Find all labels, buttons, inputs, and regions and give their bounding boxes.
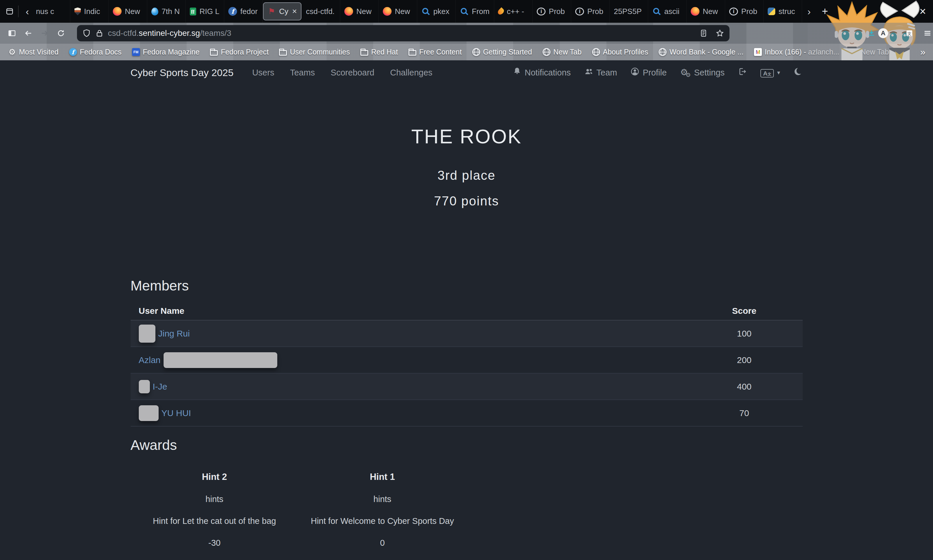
url-text[interactable]: csd-ctfd.sentinel-cyber.sg/teams/3	[108, 29, 692, 38]
members-heading: Members	[131, 278, 803, 294]
browser-tab[interactable]: Cy×	[263, 2, 301, 20]
tab-title: fedor	[240, 7, 258, 16]
bookmark-label: Getting Started	[483, 48, 532, 56]
tab-separator	[18, 6, 19, 17]
back-icon[interactable]	[16, 29, 32, 38]
gmail-icon	[754, 48, 762, 56]
language-icon: A文	[760, 68, 774, 77]
browser-tab[interactable]: Prob	[571, 0, 610, 23]
team-place: 3rd place	[0, 168, 933, 183]
browser-tab[interactable]: Prob	[725, 0, 763, 23]
browser-tab[interactable]: csd-ctfd.	[302, 0, 340, 23]
search-tab-icon	[460, 7, 469, 16]
bookmark-item[interactable]: New Tab	[543, 48, 582, 56]
bookmark-label: Most Visited	[19, 48, 59, 56]
nav-action-person[interactable]: Profile	[630, 67, 666, 78]
member-score: 400	[686, 382, 803, 392]
nav-action-users[interactable]: Team	[584, 67, 617, 78]
bookmarks-overflow-chevron[interactable]: »	[920, 47, 925, 57]
nav-link-scoreboard[interactable]: Scoreboard	[331, 68, 374, 77]
tab-title: New	[395, 7, 410, 16]
browser-tab[interactable]: c++ -	[494, 0, 533, 23]
tab-title: 25PS5P	[614, 7, 642, 16]
bookmark-item[interactable]: Most Visited	[8, 48, 59, 56]
awards-heading: Awards	[131, 437, 803, 453]
globe-icon	[658, 48, 666, 56]
nav-action-logout[interactable]	[738, 67, 747, 78]
member-link[interactable]: Jing Rui	[158, 329, 190, 338]
window-close-button[interactable]: ×	[919, 5, 926, 18]
users-icon	[584, 67, 593, 78]
browser-tab[interactable]: From	[456, 0, 494, 23]
lock-icon[interactable]	[95, 29, 104, 38]
nav-link-users[interactable]: Users	[252, 68, 275, 77]
bookmark-item[interactable]: Free Content	[409, 48, 462, 56]
tab-title: ascii	[664, 7, 679, 16]
menu-icon[interactable]	[916, 29, 932, 38]
browser-tab[interactable]: Prob	[533, 0, 571, 23]
nav-link-teams[interactable]: Teams	[290, 68, 315, 77]
nav-action-language[interactable]: A文▾	[760, 68, 780, 77]
tab-scroll-left-button[interactable]: ‹	[23, 6, 32, 16]
translate-icon[interactable]: 文	[898, 29, 914, 38]
tab-strip: nus cIndicNew7th NRIG LfedorCy×csd-ctfd.…	[32, 0, 804, 23]
reader-mode-icon[interactable]	[699, 29, 708, 38]
browser-tab[interactable]: Indic	[70, 0, 109, 23]
bookmark-star-icon[interactable]	[716, 29, 724, 38]
firefox-view-button[interactable]	[5, 7, 14, 16]
bookmark-item[interactable]: New Tab	[850, 48, 889, 56]
award-card: Hint 2hintsHint for Let the cat out of t…	[131, 472, 299, 548]
browser-tab[interactable]: 7th N	[147, 0, 186, 23]
url-bar[interactable]: csd-ctfd.sentinel-cyber.sg/teams/3	[77, 25, 729, 42]
bookmark-item[interactable]: Word Bank - Google ...	[658, 48, 743, 56]
bookmark-item[interactable]: User Communities	[279, 48, 350, 56]
browser-tab[interactable]: 25PS5P	[610, 0, 648, 23]
browser-tab[interactable]: nus c	[32, 0, 70, 23]
account-icon[interactable]: A	[878, 28, 888, 38]
browser-tab[interactable]: ascii	[648, 0, 687, 23]
nav-link-challenges[interactable]: Challenges	[390, 68, 432, 77]
download-icon[interactable]	[859, 29, 876, 38]
award-description: Hint for Welcome to Cyber Sports Day	[299, 516, 467, 526]
search-tab-icon	[421, 7, 430, 16]
site-nav-links: UsersTeamsScoreboardChallenges	[252, 68, 432, 77]
member-link[interactable]: Azlan	[139, 355, 160, 365]
globe-icon	[543, 48, 551, 56]
bookmark-item[interactable]: Getting Started	[472, 48, 532, 56]
member-link[interactable]: I-Je	[153, 382, 167, 392]
nav-action-gears[interactable]: ⚙⚙Settings	[680, 67, 725, 78]
tab-scroll-right-button[interactable]: ›	[804, 6, 813, 16]
navigation-toolbar: csd-ctfd.sentinel-cyber.sg/teams/3 A 文	[0, 23, 933, 44]
browser-tab[interactable]: struc	[763, 0, 802, 23]
browser-tab[interactable]: RIG L	[186, 0, 224, 23]
bookmark-item[interactable]: Fedora Project	[210, 48, 268, 56]
bookmark-item[interactable]: About Profiles	[592, 48, 648, 56]
browser-tab[interactable]: pkex	[417, 0, 456, 23]
tab-close-icon[interactable]: ×	[292, 7, 297, 16]
table-row: Azlan200	[131, 347, 803, 374]
browser-tab[interactable]: New	[687, 0, 725, 23]
column-user-name: User Name	[131, 306, 686, 316]
bookmark-item[interactable]: Fedora Magazine	[132, 48, 200, 56]
new-tab-button[interactable]: +	[822, 5, 828, 17]
folder-icon	[360, 50, 368, 55]
member-link[interactable]: YU HUI	[162, 408, 191, 418]
browser-tab[interactable]: New	[109, 0, 147, 23]
bookmark-label: Inbox (166) - azlanch...	[765, 48, 839, 56]
nav-action-moon[interactable]	[794, 67, 803, 78]
award-name: Hint 1	[299, 472, 467, 482]
browser-tab[interactable]: fedor	[224, 0, 263, 23]
nav-action-bell[interactable]: Notifications	[513, 67, 571, 78]
browser-tab[interactable]: New	[340, 0, 379, 23]
browser-tab[interactable]: New	[379, 0, 417, 23]
bookmark-item[interactable]: Fedora Docs	[69, 48, 122, 56]
bookmark-item[interactable]: Inbox (166) - azlanch...	[754, 48, 839, 56]
members-table-header: User Name Score	[131, 302, 803, 320]
site-brand[interactable]: Cyber Sports Day 2025	[131, 67, 234, 78]
fm-icon	[132, 48, 140, 56]
sidebar-toggle-icon[interactable]	[0, 29, 16, 38]
forward-icon[interactable]	[32, 29, 49, 38]
shield-icon[interactable]	[82, 29, 91, 38]
reload-icon[interactable]	[49, 29, 65, 38]
bookmark-item[interactable]: Red Hat	[360, 48, 398, 56]
